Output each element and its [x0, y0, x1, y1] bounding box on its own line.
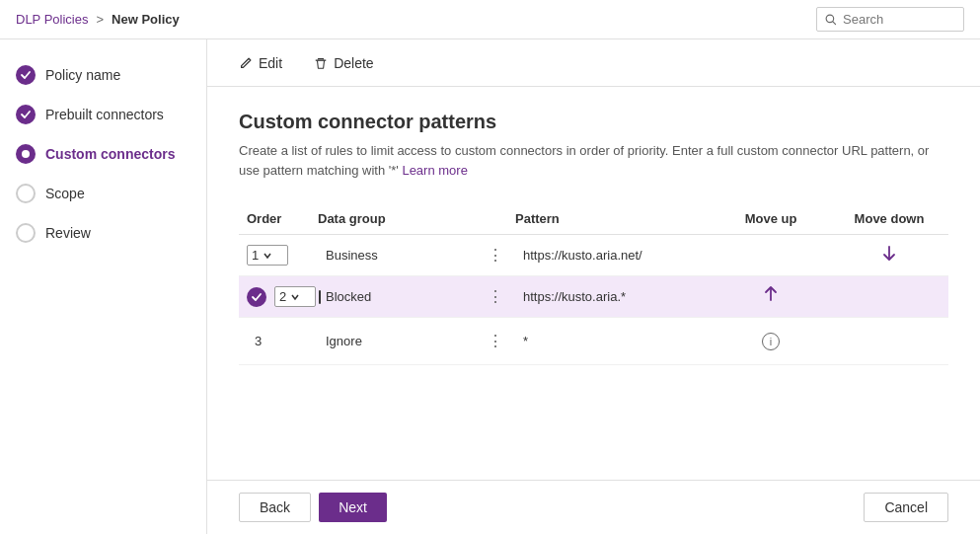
breadcrumb-current: New Policy — [112, 12, 180, 27]
table-header: Order Data group Pattern Move up Move do… — [239, 203, 948, 235]
col-header-order: Order — [239, 211, 318, 226]
check-icon-prebuilt — [16, 105, 36, 124]
check-icon-policy-name — [16, 65, 36, 85]
breadcrumb-parent[interactable]: DLP Policies — [16, 12, 88, 27]
more-options-3[interactable]: ⋮ — [476, 332, 515, 350]
search-box[interactable] — [816, 7, 964, 32]
move-down-button-1[interactable] — [876, 240, 902, 270]
row-check-2 — [247, 287, 266, 307]
col-header-pattern: Pattern — [515, 211, 712, 226]
move-down-cell-1[interactable] — [830, 240, 948, 270]
order-dropdown-1[interactable]: 1 — [247, 245, 288, 266]
delete-icon — [314, 56, 328, 70]
edit-button[interactable]: Edit — [231, 51, 290, 75]
footer-left: Back Next — [239, 493, 387, 522]
search-input[interactable] — [843, 12, 955, 27]
page-desc-text: Create a list of rules to limit access t… — [239, 143, 929, 178]
toolbar: Edit Delete — [207, 39, 980, 87]
table-row: 2 Blocked ⋮ https://kusto.aria.* — [239, 276, 948, 318]
order-dropdown-2[interactable]: 2 — [274, 286, 316, 307]
datagroup-cell-3: Ignore — [318, 326, 476, 356]
cancel-button[interactable]: Cancel — [864, 493, 948, 522]
breadcrumb-separator: > — [96, 12, 104, 27]
order-cell-1: 1 — [239, 237, 318, 273]
delete-button[interactable]: Delete — [306, 51, 381, 75]
edit-label: Edit — [259, 55, 282, 71]
order-value-1: 1 — [252, 248, 259, 263]
content-panel: Edit Delete Custom connector patterns Cr… — [207, 39, 980, 534]
chevron-down-icon — [263, 251, 272, 261]
more-options-2[interactable]: ⋮ — [476, 287, 515, 306]
next-button[interactable]: Next — [319, 493, 387, 522]
sidebar-item-scope[interactable]: Scope — [0, 174, 206, 213]
breadcrumb: DLP Policies > New Policy — [16, 12, 180, 27]
pattern-cell-1: https://kusto.aria.net/ — [515, 240, 712, 270]
move-up-cell-2[interactable] — [712, 281, 830, 312]
edit-icon — [239, 56, 253, 70]
svg-line-1 — [833, 21, 836, 24]
sidebar-item-custom-connectors[interactable]: Custom connectors — [0, 134, 206, 174]
back-button[interactable]: Back — [239, 493, 311, 522]
page-description: Create a list of rules to limit access t… — [239, 141, 930, 180]
chevron-down-icon — [290, 292, 300, 302]
move-up-cell-3[interactable]: i — [712, 333, 830, 350]
footer: Back Next Cancel — [207, 480, 980, 534]
sidebar-item-review[interactable]: Review — [0, 213, 206, 253]
move-up-button-2[interactable] — [758, 281, 784, 312]
sidebar-label-custom: Custom connectors — [45, 146, 175, 162]
arrow-down-icon — [880, 244, 898, 262]
order-value-2: 2 — [279, 289, 286, 304]
order-cell-2: 2 — [239, 278, 318, 315]
sidebar-item-prebuilt-connectors[interactable]: Prebuilt connectors — [0, 95, 206, 134]
data-table: Order Data group Pattern Move up Move do… — [239, 203, 948, 365]
main-container: Policy name Prebuilt connectors Custom c… — [0, 39, 980, 534]
sidebar-label-policy-name: Policy name — [45, 67, 120, 83]
delete-label: Delete — [334, 55, 373, 71]
check-icon — [251, 291, 263, 303]
order-value-3: 3 — [247, 326, 269, 356]
info-icon-3[interactable]: i — [762, 333, 780, 350]
empty-circle-review — [16, 223, 36, 243]
search-icon — [825, 13, 837, 27]
sidebar-label-scope: Scope — [45, 186, 85, 201]
pattern-cell-2: https://kusto.aria.* — [515, 281, 712, 312]
page-title: Custom connector patterns — [239, 111, 948, 133]
sidebar-item-policy-name[interactable]: Policy name — [0, 55, 206, 95]
table-row: 1 Business ⋮ https://kusto.aria.net/ — [239, 235, 948, 276]
more-options-1[interactable]: ⋮ — [476, 246, 515, 265]
col-header-dots — [476, 211, 515, 226]
empty-circle-scope — [16, 184, 36, 203]
sidebar: Policy name Prebuilt connectors Custom c… — [0, 39, 207, 534]
table-row: 3 Ignore ⋮ * i — [239, 318, 948, 365]
order-cell-3: 3 — [239, 318, 318, 364]
learn-more-link[interactable]: Learn more — [402, 163, 467, 178]
top-bar: DLP Policies > New Policy — [0, 0, 980, 39]
col-header-movedown: Move down — [830, 211, 948, 226]
sidebar-label-prebuilt: Prebuilt connectors — [45, 107, 164, 122]
datagroup-cell-2: Blocked — [318, 281, 476, 312]
sidebar-label-review: Review — [45, 225, 91, 241]
datagroup-cell-1: Business — [318, 240, 476, 270]
col-header-datagroup: Data group — [318, 211, 476, 226]
col-header-moveup: Move up — [712, 211, 830, 226]
arrow-up-icon — [762, 285, 780, 303]
active-circle-custom — [16, 144, 36, 164]
pattern-cell-3: * — [515, 326, 712, 356]
text-cursor — [319, 290, 321, 304]
content-area: Custom connector patterns Create a list … — [207, 87, 980, 480]
